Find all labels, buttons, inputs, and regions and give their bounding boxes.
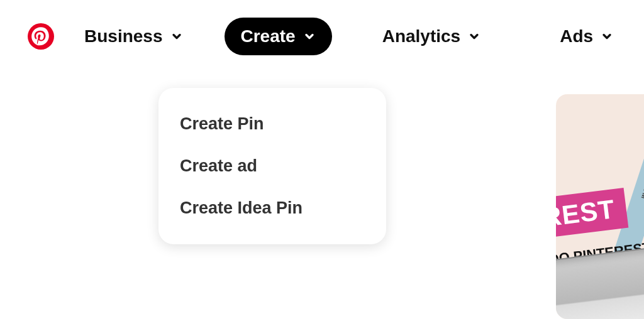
nav-label: Create bbox=[241, 26, 296, 46]
nav-label: Business bbox=[84, 26, 163, 46]
chevron-down-icon bbox=[303, 30, 316, 43]
nav-label: Ads bbox=[560, 26, 593, 46]
dropdown-item-create-idea-pin[interactable]: Create Idea Pin bbox=[158, 187, 386, 229]
pin-title: REST bbox=[556, 188, 628, 239]
dropdown-label: Create Idea Pin bbox=[180, 198, 303, 217]
nav-label: Analytics bbox=[382, 26, 461, 46]
nav-analytics[interactable]: Analytics bbox=[366, 18, 497, 55]
top-nav: Business Create Analytics Ads bbox=[0, 0, 644, 73]
dropdown-label: Create ad bbox=[180, 156, 257, 175]
pin-card[interactable]: TRAVIS.COM REST DO PINTEREST ALYTICS MEA… bbox=[556, 94, 644, 319]
nav-ads[interactable]: Ads bbox=[543, 18, 630, 55]
dropdown-item-create-pin[interactable]: Create Pin bbox=[158, 103, 386, 145]
nav-create[interactable]: Create bbox=[225, 18, 332, 55]
pinterest-logo[interactable] bbox=[28, 23, 54, 50]
pin-title-text: REST bbox=[556, 194, 616, 232]
chevron-down-icon bbox=[468, 30, 480, 43]
nav-business[interactable]: Business bbox=[68, 18, 199, 55]
dropdown-item-create-ad[interactable]: Create ad bbox=[158, 145, 386, 187]
pin-stripe-text: TRAVIS.COM bbox=[640, 151, 644, 200]
pin-stripe: TRAVIS.COM bbox=[613, 94, 644, 263]
chevron-down-icon bbox=[170, 30, 183, 43]
dropdown-label: Create Pin bbox=[180, 114, 264, 133]
pin-laptop-graphic bbox=[556, 247, 644, 319]
chevron-down-icon bbox=[601, 30, 613, 43]
create-dropdown: Create Pin Create ad Create Idea Pin bbox=[158, 88, 386, 244]
